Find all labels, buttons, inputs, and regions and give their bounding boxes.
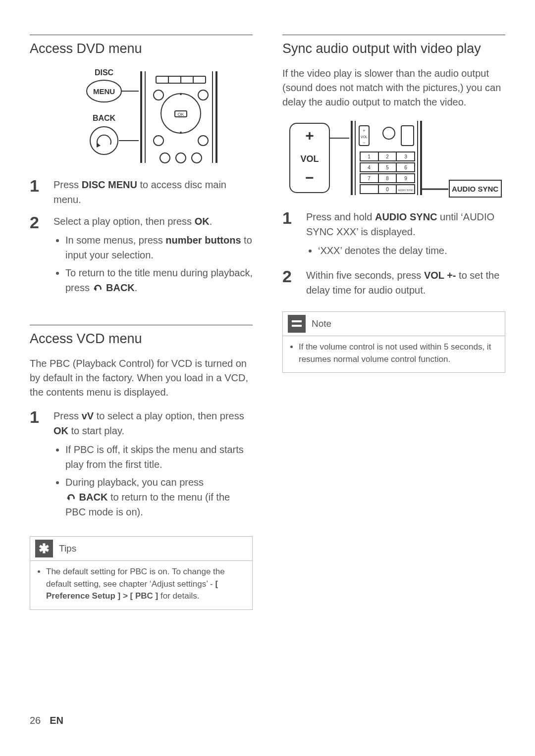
sub-item: During playback, you can press BACK to r…: [65, 475, 253, 519]
substeps: In some menus, press number buttons to i…: [54, 233, 253, 295]
step-1: 1 Press vV to select a play option, then…: [30, 408, 253, 522]
text: Select a play option, then press: [54, 216, 195, 227]
bold: BACK: [79, 492, 108, 503]
svg-text:VOL: VOL: [361, 135, 368, 139]
step-text: Press vV to select a play option, then p…: [54, 408, 253, 522]
text: Press and hold: [306, 211, 375, 222]
svg-text:2: 2: [386, 154, 389, 159]
svg-text:+: +: [363, 128, 365, 133]
text: to start play.: [68, 425, 124, 436]
text: .: [135, 282, 138, 293]
svg-text:4: 4: [368, 165, 371, 170]
note-header: Note: [283, 312, 505, 336]
sync-intro: If the video play is slower than the aud…: [282, 66, 505, 109]
bold: VOL +-: [424, 270, 456, 281]
sub-item: In some menus, press number buttons to i…: [65, 233, 253, 262]
svg-text:AUDIO SYNC: AUDIO SYNC: [398, 189, 414, 192]
bold: number buttons: [165, 235, 241, 246]
audiosync-diagram: + VOL − + VOL − 1 2 3: [285, 118, 503, 198]
label-menu: MENU: [93, 87, 115, 96]
svg-text:+: +: [305, 127, 314, 144]
step-number: 1: [282, 209, 295, 226]
svg-point-1: [90, 127, 118, 154]
label-vol: VOL: [300, 154, 319, 164]
label-back: BACK: [93, 114, 116, 122]
step-number: 2: [282, 268, 295, 285]
bold: BACK: [106, 282, 135, 293]
svg-rect-38: [401, 126, 414, 146]
svg-marker-23: [94, 288, 97, 291]
step-1: 1 Press and hold AUDIO SYNC until ‘AUDIO…: [282, 209, 505, 261]
sub-item: ‘XXX’ denotes the delay time.: [318, 243, 505, 258]
text: Press: [54, 179, 82, 190]
label-disc: DISC: [95, 68, 114, 77]
svg-text:9: 9: [404, 176, 407, 181]
svg-rect-64: [292, 320, 302, 322]
right-column: Sync audio output with video play If the…: [282, 35, 505, 610]
svg-point-21: [176, 153, 186, 163]
step-1: 1 Press DISC MENU to access disc main me…: [30, 177, 253, 207]
svg-marker-24: [67, 497, 70, 501]
heading-access-dvd: Access DVD menu: [30, 41, 253, 56]
back-arrow-icon: [65, 494, 76, 502]
note-item: If the volume control is not used within…: [299, 341, 498, 365]
note-label: Note: [312, 318, 331, 329]
bold: OK: [195, 216, 210, 227]
asterisk-icon: ✱: [35, 540, 53, 557]
text: .: [210, 216, 213, 227]
text: In some menus, press: [65, 235, 165, 246]
section-rule: [282, 35, 505, 35]
bold: AUDIO SYNC: [375, 211, 437, 222]
vcd-intro: The PBC (Playback Control) for VCD is tu…: [30, 356, 253, 400]
page: Access DVD menu DISC MENU BACK: [0, 0, 535, 635]
step-text: Select a play option, then press OK. In …: [54, 214, 253, 298]
bold: DISC MENU: [82, 179, 137, 190]
step-2: 2 Select a play option, then press OK. I…: [30, 214, 253, 298]
left-column: Access DVD menu DISC MENU BACK: [30, 35, 253, 610]
label-audiosync: AUDIO SYNC: [452, 185, 498, 193]
svg-point-22: [192, 153, 202, 163]
tips-content: The default setting for PBC is on. To ch…: [30, 560, 252, 609]
svg-text:7: 7: [368, 176, 371, 181]
svg-text:5: 5: [386, 165, 389, 170]
text: During playback, you can press: [65, 477, 204, 488]
bold: OK: [54, 425, 68, 436]
tips-label: Tips: [59, 543, 76, 554]
svg-point-13: [154, 90, 163, 100]
svg-point-37: [383, 127, 395, 139]
bold: vV: [82, 410, 94, 421]
svg-text:0: 0: [386, 187, 389, 192]
page-number: 26: [30, 715, 41, 726]
svg-text:8: 8: [386, 176, 389, 181]
svg-text:6: 6: [404, 165, 407, 170]
note-content: If the volume control is not used within…: [283, 336, 505, 372]
svg-text:−: −: [363, 140, 365, 145]
svg-text:1: 1: [368, 154, 371, 159]
step-number: 1: [30, 177, 43, 194]
sub-item: If PBC is off, it skips the menu and sta…: [65, 442, 253, 472]
svg-point-14: [198, 90, 208, 100]
svg-point-18: [154, 136, 163, 146]
step-2: 2 Within five seconds, press VOL +- to s…: [282, 268, 505, 298]
tips-item: The default setting for PBC is on. To ch…: [46, 566, 245, 603]
text: Press: [54, 410, 82, 421]
step-text: Press DISC MENU to access disc main menu…: [54, 177, 253, 207]
step-text: Within five seconds, press VOL +- to set…: [306, 268, 505, 298]
vcd-steps: 1 Press vV to select a play option, then…: [30, 408, 253, 522]
tips-box: ✱ Tips The default setting for PBC is on…: [30, 536, 253, 610]
step-text: Press and hold AUDIO SYNC until ‘AUDIO S…: [306, 209, 505, 261]
svg-point-19: [198, 136, 208, 146]
page-language: EN: [50, 715, 63, 726]
heading-access-vcd: Access VCD menu: [30, 331, 253, 347]
tips-header: ✱ Tips: [30, 537, 252, 560]
text: The default setting for PBC is on. To ch…: [46, 567, 225, 589]
heading-sync-audio: Sync audio output with video play: [282, 41, 505, 56]
text: for details.: [158, 591, 199, 601]
section-rule: [30, 35, 253, 35]
step-number: 1: [30, 408, 43, 425]
substeps: If PBC is off, it skips the menu and sta…: [54, 442, 253, 519]
sub-item: To return to the title menu during playb…: [65, 265, 253, 295]
section-rule: [30, 325, 253, 325]
svg-text:−: −: [305, 169, 314, 186]
dvd-steps: 1 Press DISC MENU to access disc main me…: [30, 177, 253, 298]
